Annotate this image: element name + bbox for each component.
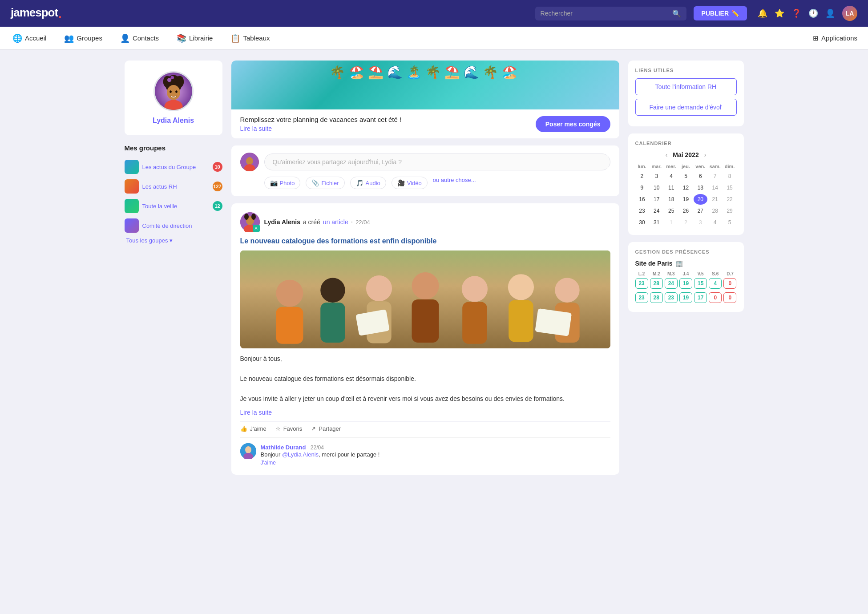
lien-evol-button[interactable]: Faire une demande d'évol' <box>635 99 737 116</box>
article-image-visual <box>240 250 610 348</box>
pres-header: L.2 <box>635 271 648 276</box>
pres-cell[interactable]: 4 <box>709 278 722 289</box>
cal-day[interactable]: 16 <box>635 194 649 205</box>
article-image <box>240 250 610 348</box>
cal-day[interactable]: 24 <box>650 206 663 216</box>
logo[interactable]: jamespot. <box>11 6 61 20</box>
see-all-groups[interactable]: Tous les goupes ▾ <box>125 237 222 244</box>
cal-day[interactable]: 3 <box>694 217 707 228</box>
photo-action[interactable]: 📷 Photo <box>264 177 301 189</box>
pres-header: M.3 <box>665 271 678 276</box>
applications-item[interactable]: ⊞ Applications <box>813 34 857 42</box>
audio-action[interactable]: 🎵 Audio <box>350 177 386 189</box>
share-action[interactable]: ↗ Partager <box>311 425 341 432</box>
cal-day[interactable]: 11 <box>664 182 678 193</box>
cal-day[interactable]: 27 <box>694 206 707 216</box>
group-item[interactable]: Les actus RH 127 <box>125 177 222 196</box>
cal-day[interactable]: 9 <box>635 182 649 193</box>
cal-day[interactable]: 19 <box>679 194 693 205</box>
cal-day[interactable]: 23 <box>635 206 649 216</box>
pres-cell[interactable]: 17 <box>694 292 707 303</box>
publish-button[interactable]: PUBLIER ✏️ <box>694 6 747 20</box>
svg-rect-30 <box>462 302 487 344</box>
star-icon[interactable]: ⭐ <box>775 8 784 18</box>
comment-avatar <box>240 443 256 459</box>
user-icon[interactable]: 👤 <box>825 8 835 18</box>
cal-day[interactable]: 8 <box>723 171 737 182</box>
clock-icon[interactable]: 🕐 <box>808 8 818 18</box>
other-action[interactable]: ou autre chose... <box>433 177 476 189</box>
top-nav: jamespot. 🔍 PUBLIER ✏️ 🔔 ⭐ ❓ 🕐 👤 LA <box>0 0 868 27</box>
pres-cell[interactable]: 28 <box>650 292 663 303</box>
cal-day[interactable]: 5 <box>679 171 693 182</box>
cal-day[interactable]: 5 <box>723 217 737 228</box>
groups-section: Mes groupes Les actus du Groupe 10 Les a… <box>125 144 222 244</box>
lien-rh-button[interactable]: Toute l'information RH <box>635 78 737 95</box>
sidebar-item-librairie[interactable]: 📚 Librairie <box>175 27 214 49</box>
cal-day[interactable]: 25 <box>664 206 678 216</box>
cal-day[interactable]: 21 <box>708 194 722 205</box>
pres-cell[interactable]: 23 <box>635 292 648 303</box>
cal-day[interactable]: 26 <box>679 206 693 216</box>
group-item[interactable]: Comité de direction <box>125 216 222 235</box>
pres-cell[interactable]: 0 <box>723 278 736 289</box>
right-sidebar: LIENS UTILES Toute l'information RH Fair… <box>628 61 744 475</box>
calendar-next[interactable]: › <box>704 151 707 158</box>
cal-day[interactable]: 31 <box>650 217 663 228</box>
video-action[interactable]: 🎥 Vidéo <box>392 177 428 189</box>
article-title[interactable]: Le nouveau catalogue des formations est … <box>240 237 610 245</box>
cal-day[interactable]: 10 <box>650 182 663 193</box>
avatar[interactable]: LA <box>842 6 857 21</box>
cal-day[interactable]: 7 <box>708 171 722 182</box>
sidebar-item-contacts[interactable]: 👤 Contacts <box>118 27 161 49</box>
profile-card: Lydia Alenis <box>125 61 222 135</box>
pres-cell[interactable]: 28 <box>650 278 663 289</box>
bell-icon[interactable]: 🔔 <box>758 8 767 18</box>
cal-day[interactable]: 17 <box>650 194 663 205</box>
comment-like[interactable]: J'aime <box>261 460 610 466</box>
banner-text: Remplissez votre planning de vacances av… <box>240 116 402 123</box>
cal-day[interactable]: 2 <box>635 171 649 182</box>
help-icon[interactable]: ❓ <box>791 8 801 18</box>
pres-cell[interactable]: 24 <box>665 278 678 289</box>
pres-cell[interactable]: 15 <box>694 278 707 289</box>
group-item[interactable]: Toute la veille 12 <box>125 196 222 216</box>
cal-day[interactable]: 2 <box>679 217 693 228</box>
sidebar-item-groupes[interactable]: 👥 Groupes <box>62 27 104 49</box>
cal-day[interactable]: 13 <box>694 182 707 193</box>
sidebar-item-accueil[interactable]: 🌐 Accueil <box>11 27 48 49</box>
file-action[interactable]: 📎 Fichier <box>306 177 344 189</box>
pres-cell[interactable]: 23 <box>635 278 648 289</box>
banner-button[interactable]: Poser mes congés <box>536 116 610 132</box>
cal-day[interactable]: 14 <box>708 182 722 193</box>
cal-day[interactable]: 12 <box>679 182 693 193</box>
cal-day[interactable]: 18 <box>664 194 678 205</box>
sidebar-item-tableaux[interactable]: 📋 Tableaux <box>229 27 271 49</box>
cal-day[interactable]: 1 <box>664 217 678 228</box>
pres-cell[interactable]: 19 <box>679 278 692 289</box>
cal-day[interactable]: 4 <box>664 171 678 182</box>
pres-cell[interactable]: 23 <box>665 292 678 303</box>
cal-day[interactable]: 3 <box>650 171 663 182</box>
banner-read-more[interactable]: Lire la suite <box>240 125 402 132</box>
cal-day[interactable]: 29 <box>723 206 737 216</box>
cal-day[interactable]: 15 <box>723 182 737 193</box>
search-input[interactable] <box>541 10 670 17</box>
cal-day[interactable]: 22 <box>723 194 737 205</box>
calendar-prev[interactable]: ‹ <box>666 151 668 158</box>
cal-day[interactable]: 4 <box>708 217 722 228</box>
article-read-more[interactable]: Lire la suite <box>240 409 610 416</box>
pres-cell[interactable]: 0 <box>709 292 722 303</box>
cal-day[interactable]: 28 <box>708 206 722 216</box>
pres-cell[interactable]: 0 <box>723 292 736 303</box>
like-action[interactable]: 👍 J'aime <box>240 425 266 432</box>
post-input-field[interactable]: Qu'aimeriez vous partagez aujourd'hui, L… <box>264 154 610 170</box>
group-item[interactable]: Les actus du Groupe 10 <box>125 157 222 177</box>
cal-day[interactable]: 6 <box>694 171 707 182</box>
pres-cell[interactable]: 19 <box>679 292 692 303</box>
cal-day[interactable]: 30 <box>635 217 649 228</box>
cal-day-today[interactable]: 20 <box>694 194 707 205</box>
svg-point-9 <box>170 76 174 79</box>
favorite-action[interactable]: ☆ Favoris <box>275 425 303 432</box>
search-bar[interactable]: 🔍 <box>535 7 686 20</box>
